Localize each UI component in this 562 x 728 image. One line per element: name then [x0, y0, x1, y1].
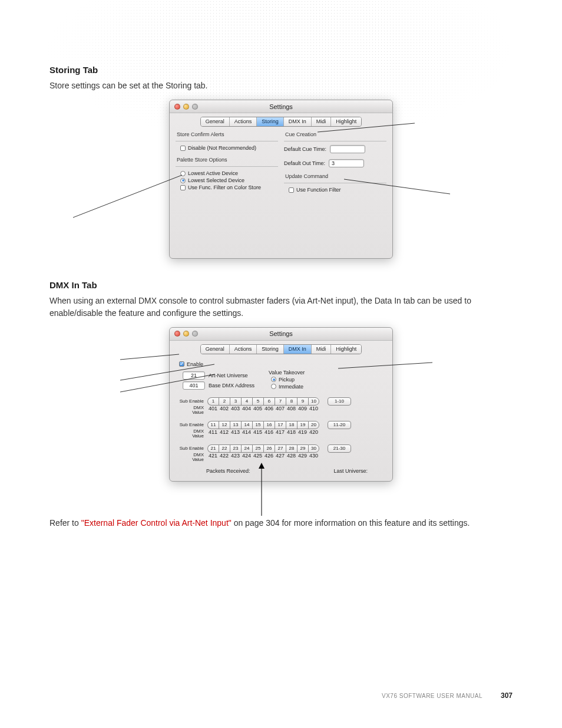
sub-enable-8[interactable]: 8 — [286, 397, 297, 406]
sub-enable-20[interactable]: 20 — [308, 421, 319, 429]
sub-enable-1[interactable]: 1 — [207, 397, 219, 406]
footer-page: 307 — [501, 691, 513, 700]
svg-line-0 — [73, 175, 182, 218]
tab-actions[interactable]: Actions — [230, 117, 257, 126]
sub-enable-7[interactable]: 7 — [275, 397, 286, 406]
dmx-value: 427 — [275, 453, 286, 459]
dmx-value: 421 — [207, 453, 219, 459]
sub-enable-18[interactable]: 18 — [286, 421, 297, 429]
sub-enable-4[interactable]: 4 — [241, 397, 252, 406]
dmx-value: 401 — [207, 406, 219, 411]
tab-dmx-in[interactable]: DMX In — [284, 117, 312, 126]
store-confirm-label: Store Confirm Alerts — [177, 131, 278, 137]
tab-highlight[interactable]: Highlight — [331, 117, 361, 126]
tab-highlight[interactable]: Highlight — [331, 345, 361, 354]
footer-manual: VX76 SOFTWARE USER MANUAL — [382, 693, 482, 699]
sub-enable-27[interactable]: 27 — [275, 444, 286, 453]
dmx-value: 430 — [308, 453, 319, 459]
artnet-universe-field[interactable]: 21 — [183, 371, 205, 380]
default-out-time-field[interactable]: 3 — [329, 159, 364, 167]
sub-enable-22[interactable]: 22 — [219, 444, 230, 453]
dmx-value-label: DMX Value — [177, 453, 204, 462]
palette-label: Palette Store Options — [177, 157, 278, 163]
range-button[interactable]: 1-10 — [328, 397, 351, 406]
sub-enable-25[interactable]: 25 — [252, 444, 263, 453]
enable-checkbox[interactable] — [179, 361, 184, 367]
sub-enable-17[interactable]: 17 — [275, 421, 286, 429]
dmx-value: 415 — [252, 429, 263, 435]
sub-enable-5[interactable]: 5 — [252, 397, 263, 406]
artnet-universe-label: Art-Net Universe — [209, 373, 248, 378]
dmx-value: 429 — [297, 453, 308, 459]
packets-received-label: Packets Received: — [206, 468, 250, 474]
dmx-value: 419 — [297, 429, 308, 435]
external-fader-link[interactable]: "External Fader Control via Art-Net Inpu… — [81, 518, 232, 528]
dmx-value: 424 — [241, 453, 252, 459]
dmx-value: 406 — [263, 406, 275, 411]
sub-enable-label: Sub Enable — [177, 446, 204, 451]
tab-storing[interactable]: Storing — [257, 117, 284, 126]
tab-storing[interactable]: Storing — [257, 345, 284, 354]
sub-enable-label: Sub Enable — [177, 398, 204, 404]
storing-intro: Store settings can be set at the Storing… — [49, 80, 513, 91]
window-title: Settings — [170, 330, 392, 337]
sub-enable-14[interactable]: 14 — [241, 421, 252, 429]
sub-enable-9[interactable]: 9 — [297, 397, 308, 406]
immediate-radio[interactable] — [271, 384, 276, 389]
tab-general[interactable]: General — [201, 117, 230, 126]
dmx-value: 418 — [286, 429, 297, 435]
dmx-value: 403 — [230, 406, 241, 411]
dmx-value: 411 — [207, 429, 219, 435]
dmx-heading: DMX In Tab — [49, 280, 513, 290]
range-button[interactable]: 11-20 — [328, 421, 351, 429]
sub-enable-21[interactable]: 21 — [207, 444, 219, 453]
tab-dmx-in[interactable]: DMX In — [284, 345, 312, 354]
default-cue-time-field[interactable] — [330, 145, 365, 153]
pickup-radio[interactable] — [271, 377, 276, 382]
enable-label: Enable — [187, 361, 203, 367]
sub-enable-6[interactable]: 6 — [263, 397, 275, 406]
dmx-value: 420 — [308, 429, 319, 435]
sub-enable-10[interactable]: 10 — [308, 397, 319, 406]
default-out-time-label: Default Out Time: — [284, 160, 325, 166]
sub-enable-24[interactable]: 24 — [241, 444, 252, 453]
sub-enable-30[interactable]: 30 — [308, 444, 319, 453]
sub-enable-19[interactable]: 19 — [297, 421, 308, 429]
sub-enable-13[interactable]: 13 — [230, 421, 241, 429]
tab-midi[interactable]: Midi — [312, 345, 332, 354]
dmx-value-label: DMX Value — [177, 429, 204, 439]
use-func-color-checkbox[interactable] — [180, 185, 186, 190]
dmx-value: 426 — [263, 453, 275, 459]
sub-enable-15[interactable]: 15 — [252, 421, 263, 429]
dmx-value: 413 — [230, 429, 241, 435]
dmx-intro: When using an external DMX console to co… — [49, 295, 513, 319]
lowest-active-radio[interactable] — [180, 171, 186, 176]
dmx-value: 425 — [252, 453, 263, 459]
use-function-filter-checkbox[interactable] — [289, 187, 294, 193]
sub-enable-29[interactable]: 29 — [297, 444, 308, 453]
sub-enable-23[interactable]: 23 — [230, 444, 241, 453]
sub-enable-12[interactable]: 12 — [219, 421, 230, 429]
sub-enable-26[interactable]: 26 — [263, 444, 275, 453]
dmx-value: 422 — [219, 453, 230, 459]
sub-enable-28[interactable]: 28 — [286, 444, 297, 453]
sub-enable-11[interactable]: 11 — [207, 421, 219, 429]
lowest-selected-radio[interactable] — [180, 178, 186, 183]
tab-actions[interactable]: Actions — [230, 345, 257, 354]
dmx-value: 405 — [252, 406, 263, 411]
refer-paragraph: Refer to "External Fader Control via Art… — [49, 517, 513, 529]
sub-enable-2[interactable]: 2 — [219, 397, 230, 406]
settings-window-storing: Settings GeneralActionsStoringDMX InMidi… — [169, 100, 393, 259]
disable-label: Disable (Not Recommended) — [188, 145, 256, 151]
dmx-value: 407 — [275, 406, 286, 411]
dmx-value: 412 — [219, 429, 230, 435]
dmx-value: 402 — [219, 406, 230, 411]
range-button[interactable]: 21-30 — [328, 444, 351, 453]
tab-general[interactable]: General — [201, 345, 230, 354]
dmx-value: 428 — [286, 453, 297, 459]
base-dmx-field[interactable]: 401 — [183, 381, 205, 390]
disable-checkbox[interactable] — [180, 146, 186, 151]
sub-enable-16[interactable]: 16 — [263, 421, 275, 429]
sub-enable-3[interactable]: 3 — [230, 397, 241, 406]
tab-midi[interactable]: Midi — [312, 117, 332, 126]
